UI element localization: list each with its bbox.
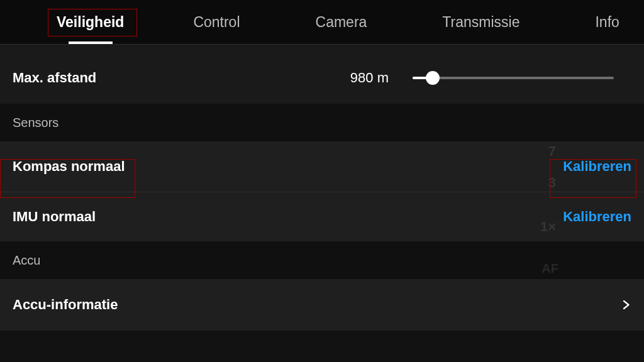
row-battery-info[interactable]: Accu-informatie xyxy=(0,279,644,331)
label-sensors-header: Sensors xyxy=(13,116,58,130)
slider-track xyxy=(413,77,614,79)
label-max-distance: Max. afstand xyxy=(13,70,96,86)
label-compass: Kompas normaal xyxy=(13,158,125,175)
button-calibrate-imu[interactable]: Kalibreren xyxy=(563,209,631,225)
row-imu: IMU normaal Kalibreren xyxy=(0,192,644,241)
slider-max-distance[interactable] xyxy=(413,70,614,85)
tab-veiligheid[interactable]: Veiligheid xyxy=(25,0,155,44)
label-battery-info: Accu-informatie xyxy=(13,297,118,313)
label-battery-header: Accu xyxy=(13,253,40,268)
row-max-distance: Max. afstand 980 m xyxy=(0,52,644,104)
settings-tabbar: Veiligheid Control Camera Transmissie In… xyxy=(0,0,644,44)
button-calibrate-compass[interactable]: Kalibreren xyxy=(563,158,631,175)
tab-camera[interactable]: Camera xyxy=(278,0,405,44)
section-header-sensors: Sensors xyxy=(0,104,644,141)
row-compass: Kompas normaal Kalibreren xyxy=(0,141,644,192)
slider-thumb[interactable] xyxy=(426,71,440,85)
chevron-right-icon xyxy=(620,296,631,314)
section-header-battery: Accu xyxy=(0,241,644,279)
value-max-distance: 980 m xyxy=(350,70,389,86)
tab-info[interactable]: Info xyxy=(557,0,644,44)
tab-transmissie[interactable]: Transmissie xyxy=(404,0,557,44)
spacer xyxy=(0,45,644,52)
label-imu: IMU normaal xyxy=(13,209,96,225)
tab-control[interactable]: Control xyxy=(155,0,277,44)
